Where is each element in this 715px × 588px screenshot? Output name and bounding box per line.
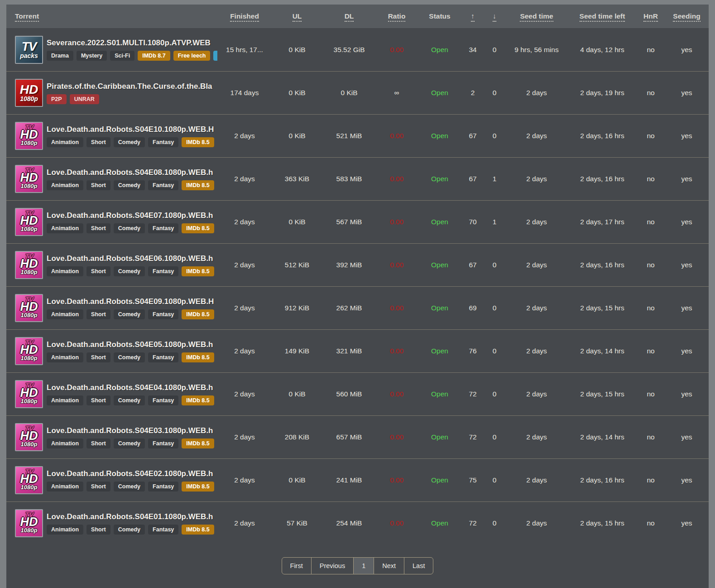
category-icon-tvhd1080p[interactable]: TVHD1080p [15,466,43,494]
torrent-title[interactable]: Pirates.of.the.Caribbean.The.Curse.of.th… [47,82,217,91]
cell-seeding: yes [665,46,709,54]
page-button-1[interactable]: 1 [353,557,374,574]
column-header-ul[interactable]: UL [272,12,322,20]
cell-seeders: 75 [462,476,484,484]
column-header-label[interactable]: HnR [643,12,658,22]
column-header-seed_time_left[interactable]: Seed time left [568,12,637,20]
tag-p2p: UNRAR [70,94,99,104]
torrent-title[interactable]: Love.Death.and.Robots.S04E06.1080p.WEB.h [47,254,217,263]
cell-seeding: yes [665,476,709,484]
cell-seed-time: 2 days [505,476,568,484]
cell-finished: 2 days [217,132,272,140]
cell-leechers: 1 [484,218,505,226]
column-header-finished[interactable]: Finished [217,12,272,20]
cell-finished: 2 days [217,390,272,398]
cell-leechers: 0 [484,433,505,441]
page-button-previous[interactable]: Previous [311,557,354,574]
cell-finished: 2 days [217,433,272,441]
category-icon-tvhd1080p[interactable]: TVHD1080p [15,208,43,236]
category-icon-tvhd1080p[interactable]: TVHD1080p [15,165,43,193]
column-header-status[interactable]: Status [417,12,462,20]
tag-genre: Comedy [114,525,145,535]
column-header-down[interactable]: ↓ [484,12,505,20]
torrent-title[interactable]: Love.Death.and.Robots.S04E07.1080p.WEB.h [47,211,217,220]
cell-ratio: 0.00 [376,476,417,484]
cell-leechers: 1 [484,175,505,183]
cell-seeding: yes [665,261,709,269]
column-header-label[interactable]: DL [345,12,354,22]
column-header-hnr[interactable]: HnR [637,12,665,20]
tag-list: AnimationShortComedyFantasyIMDb 8.5 [47,137,217,147]
page-button-next[interactable]: Next [374,557,404,574]
torrent-title[interactable]: Love.Death.and.Robots.S04E09.1080p.WEB.H [47,297,217,306]
column-header-up[interactable]: ↑ [462,12,484,20]
cell-seed-time: 2 days [505,89,568,97]
tag-genre: Short [86,439,110,448]
column-header-label[interactable]: UL [293,12,302,22]
category-icon-tvhd1080p[interactable]: TVHD1080p [15,251,43,279]
category-icon-tvhd1080p[interactable]: TVHD1080p [15,509,43,537]
column-header-seed_time[interactable]: Seed time [505,12,568,20]
column-header-label[interactable]: Seed time [520,12,553,22]
tag-imdb: IMDb 8.5 [182,266,214,276]
category-icon-tvhd1080p[interactable]: TVHD1080p [15,122,43,150]
column-header-seeding[interactable]: Seeding [665,12,709,20]
tag-genre: Fantasy [148,180,178,190]
column-header-label[interactable]: Status [429,12,450,20]
column-header-label[interactable]: Seed time left [580,12,625,22]
cell-finished: 174 days [217,89,272,97]
page-button-first[interactable]: First [282,557,312,574]
cell-status: Open [417,519,462,527]
torrent-title[interactable]: Love.Death.and.Robots.S04E08.1080p.WEB.h [47,168,217,177]
column-header-torrent[interactable]: Torrent [6,12,217,20]
category-icon-tvhd1080p[interactable]: TVHD1080p [15,423,43,451]
cell-seeders: 69 [462,304,484,312]
page-button-last[interactable]: Last [404,557,433,574]
torrent-title[interactable]: Love.Death.and.Robots.S04E05.1080p.WEB.h [47,340,217,349]
tag-freeleech: Free leech [173,51,211,61]
category-icon-tvhd1080p[interactable]: TVHD1080p [15,380,43,408]
cell-hnr: no [637,261,665,269]
torrent-info: Love.Death.and.Robots.S04E09.1080p.WEB.H… [47,297,217,319]
torrent-title[interactable]: Love.Death.and.Robots.S04E01.1080p.WEB.h [47,512,217,521]
column-header-dl[interactable]: DL [322,12,376,20]
tag-genre: Fantasy [148,352,178,362]
torrent-title[interactable]: Severance.2022.S01.MULTI.1080p.ATVP.WEB [47,39,217,48]
tag-genre: Comedy [114,223,145,233]
cell-upload: 0 KiB [272,390,322,398]
category-icon-tvhd1080p[interactable]: TVHD1080p [15,294,43,322]
category-icon-hd1080p[interactable]: HD1080p [15,79,43,107]
column-header-ratio[interactable]: Ratio [376,12,417,20]
tag-imdb: IMDb 8.5 [182,223,214,233]
column-header-label[interactable]: Torrent [15,12,39,22]
tag-genre: Comedy [114,482,145,492]
cell-torrent: TVpacks Severance.2022.S01.MULTI.1080p.A… [6,36,217,64]
cell-hnr: no [637,132,665,140]
cell-finished: 2 days [217,476,272,484]
tag-genre: Animation [47,395,83,405]
cell-upload: 912 KiB [272,304,322,312]
torrent-table-panel: TorrentFinishedULDLRatioStatus↑↓Seed tim… [6,5,709,588]
cell-upload: 0 KiB [272,89,322,97]
column-header-label[interactable]: Seeding [673,12,700,22]
torrent-title[interactable]: Love.Death.and.Robots.S04E04.1080p.WEB.h [47,383,217,392]
torrent-title[interactable]: Love.Death.and.Robots.S04E03.1080p.WEB.h [47,426,217,435]
torrent-info: Love.Death.and.Robots.S04E07.1080p.WEB.h… [47,211,217,233]
cell-ratio: 0.00 [376,519,417,527]
torrent-title[interactable]: Love.Death.and.Robots.S04E02.1080p.WEB.h [47,469,217,478]
column-header-label[interactable]: ↓ [493,12,496,22]
cell-finished: 15 hrs, 17... [217,46,272,54]
cell-leechers: 0 [484,132,505,140]
cell-upload: 512 KiB [272,261,322,269]
tag-list: AnimationShortComedyFantasyIMDb 8.5 [47,395,217,405]
column-header-label[interactable]: Ratio [388,12,406,22]
category-icon-tvpacks[interactable]: TVpacks [15,36,43,64]
cell-finished: 2 days [217,304,272,312]
torrent-title[interactable]: Love.Death.and.Robots.S04E10.1080p.WEB.H [47,125,217,134]
column-header-label[interactable]: Finished [230,12,259,22]
column-header-label[interactable]: ↑ [471,12,475,22]
category-icon-tvhd1080p[interactable]: TVHD1080p [15,337,43,365]
cell-hnr: no [637,476,665,484]
tag-genre: Animation [47,309,83,319]
cell-torrent: TVHD1080p Love.Death.and.Robots.S04E05.1… [6,337,217,365]
